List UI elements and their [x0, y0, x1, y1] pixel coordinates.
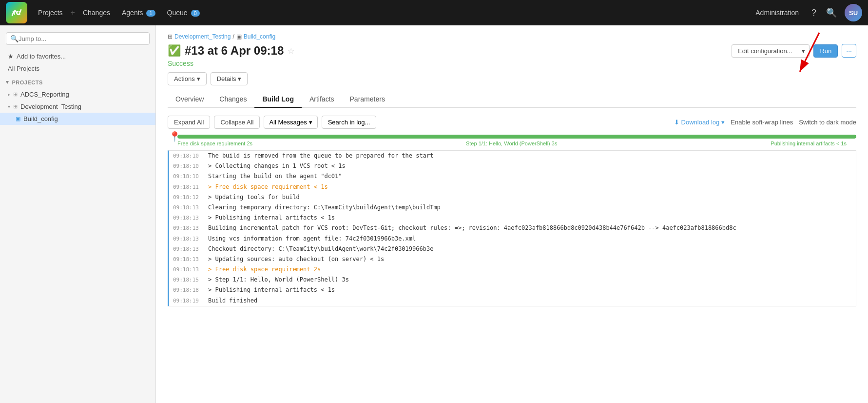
- queue-badge: 0: [191, 10, 200, 17]
- collapse-all-button[interactable]: Collapse All: [214, 116, 260, 129]
- logo[interactable]: [6, 2, 27, 23]
- search-in-log-button[interactable]: Search in log...: [322, 116, 377, 129]
- nav-projects[interactable]: Projects: [33, 6, 68, 20]
- log-line: 09:18:12> Updating tools for build: [169, 192, 856, 202]
- sidebar: 🔍 ★ Add to favorites... All Projects ▾ P…: [0, 25, 156, 403]
- layout: 🔍 ★ Add to favorites... All Projects ▾ P…: [0, 25, 868, 403]
- nav-changes[interactable]: Changes: [78, 6, 115, 20]
- log-text[interactable]: > Publishing internal artifacts < 1s: [208, 285, 335, 295]
- nav-agents[interactable]: Agents 1: [117, 6, 160, 20]
- sidebar-item-adcs-reporting[interactable]: ▸ ⊞ ADCS_Reporting: [0, 88, 155, 101]
- log-timestamp: 09:18:13: [173, 203, 204, 212]
- grid-icon: ⊞: [13, 91, 18, 98]
- breadcrumb: ⊞ Development_Testing / ▣ Build_config: [168, 33, 856, 40]
- log-line: 09:18:13 Building incremental patch for …: [169, 223, 856, 233]
- timeline-container: 📍: [168, 135, 856, 139]
- log-text[interactable]: > Updating tools for build: [208, 193, 300, 202]
- download-icon: ⬇: [674, 119, 679, 126]
- all-messages-button[interactable]: All Messages ▾: [264, 116, 317, 129]
- log-line: 09:18:13 Clearing temporary directory: C…: [169, 202, 856, 213]
- log-text: The build is removed from the queue to b…: [208, 151, 433, 161]
- log-timestamp: 09:18:13: [173, 265, 204, 274]
- user-avatar[interactable]: SU: [845, 4, 862, 21]
- tab-overview[interactable]: Overview: [168, 91, 212, 108]
- log-timestamp: 09:18:13: [173, 235, 204, 243]
- agents-badge: 1: [146, 10, 155, 17]
- log-line: 09:18:19 Build finished: [169, 296, 856, 306]
- all-projects-link[interactable]: All Projects: [0, 63, 155, 76]
- nav-queue[interactable]: Queue 0: [162, 6, 205, 20]
- log-timestamp: 09:18:13: [173, 245, 204, 254]
- build-title-area: ✅ #13 at 6 Apr 09:18 ☆ Success Actions ▾…: [168, 44, 732, 85]
- log-text[interactable]: > Free disk space requirement < 1s: [208, 182, 328, 192]
- help-icon[interactable]: ?: [810, 6, 818, 20]
- log-text: Using vcs information from agent file: 7…: [208, 234, 416, 243]
- log-line: 09:18:13> Publishing internal artifacts …: [169, 213, 856, 223]
- search-input[interactable]: [19, 35, 145, 42]
- tab-changes[interactable]: Changes: [212, 91, 254, 108]
- timeline-label-3: Publishing internal artifacts < 1s: [771, 141, 847, 146]
- run-button[interactable]: Run: [813, 44, 838, 58]
- chevron-down-icon: ▾: [309, 119, 312, 126]
- edit-config-dropdown[interactable]: ▾: [798, 44, 810, 58]
- log-line: 09:18:11> Free disk space requirement < …: [169, 182, 856, 192]
- sidebar-search-container[interactable]: 🔍: [6, 32, 150, 45]
- log-line: 09:18:13 Checkout directory: C:\TeamCity…: [169, 244, 856, 254]
- main-content: ⊞ Development_Testing / ▣ Build_config ✅…: [156, 25, 868, 403]
- download-log-link[interactable]: ⬇ Download log ▾: [674, 119, 725, 126]
- sidebar-item-development-testing[interactable]: ▾ ⊞ Development_Testing: [0, 101, 155, 113]
- log-timestamp: 09:18:19: [173, 297, 204, 305]
- tab-artifacts[interactable]: Artifacts: [302, 91, 342, 108]
- log-text: Build finished: [208, 296, 257, 305]
- edit-config-group: Edit configuration... ▾: [732, 44, 810, 58]
- log-timestamp: 09:18:11: [173, 183, 204, 192]
- sidebar-item-build-config[interactable]: ▣ Build_config: [0, 113, 155, 125]
- edit-config-button[interactable]: Edit configuration...: [732, 44, 798, 58]
- log-text[interactable]: > Publishing internal artifacts < 1s: [208, 213, 335, 222]
- build-title: ✅ #13 at 6 Apr 09:18 ☆: [168, 44, 732, 58]
- enable-soft-wrap-link[interactable]: Enable soft-wrap lines: [731, 119, 793, 126]
- details-button[interactable]: Details ▾: [211, 72, 248, 85]
- log-text[interactable]: > Updating sources: auto checkout (on se…: [208, 255, 384, 264]
- log-timestamp: 09:18:10: [173, 152, 204, 161]
- tab-parameters[interactable]: Parameters: [342, 91, 393, 108]
- log-line: 09:18:15> Step 1/1: Hello, World (PowerS…: [169, 275, 856, 285]
- grid-icon: ⊞: [13, 103, 18, 110]
- expand-all-button[interactable]: Expand All: [168, 116, 210, 129]
- log-timestamp: 09:18:15: [173, 276, 204, 284]
- log-container: 09:18:10 The build is removed from the q…: [168, 150, 856, 306]
- administration-link[interactable]: Administration: [751, 6, 804, 20]
- breadcrumb-config[interactable]: Build_config: [244, 33, 275, 40]
- config-icon: ▣: [16, 116, 20, 122]
- log-line: 09:18:13> Updating sources: auto checkou…: [169, 254, 856, 264]
- add-to-favorites[interactable]: ★ Add to favorites...: [0, 50, 155, 63]
- search-icon[interactable]: 🔍: [824, 5, 839, 20]
- log-timestamp: 09:18:12: [173, 193, 204, 202]
- tabs: Overview Changes Build Log Artifacts Par…: [168, 91, 856, 108]
- actions-button[interactable]: Actions ▾: [168, 72, 207, 85]
- log-text: Starting the build on the agent "dc01": [208, 172, 342, 181]
- projects-section-header: ▾ PROJECTS: [0, 76, 155, 88]
- switch-dark-mode-link[interactable]: Switch to dark mode: [799, 119, 856, 126]
- log-line: 09:18:13 Using vcs information from agen…: [169, 234, 856, 244]
- log-line: 09:18:10> Collecting changes in 1 VCS ro…: [169, 161, 856, 171]
- more-options-button[interactable]: ···: [842, 44, 856, 58]
- log-text[interactable]: > Collecting changes in 1 VCS root < 1s: [208, 161, 346, 171]
- log-timestamp: 09:18:13: [173, 224, 204, 233]
- breadcrumb-project[interactable]: Development_Testing: [174, 33, 231, 40]
- log-timestamp: 09:18:13: [173, 255, 204, 264]
- log-text[interactable]: > Step 1/1: Hello, World (PowerShell) 3s: [208, 275, 349, 284]
- header-right: Edit configuration... ▾ Run ···: [732, 44, 856, 58]
- svg-point-0: [10, 6, 23, 19]
- log-text[interactable]: > Free disk space requirement 2s: [208, 265, 321, 274]
- favorite-star-icon[interactable]: ☆: [288, 46, 294, 56]
- tab-build-log[interactable]: Build Log: [254, 91, 302, 108]
- log-timestamp: 09:18:10: [173, 162, 204, 171]
- chevron-down-icon: ▾: [6, 79, 9, 85]
- chevron-down-icon: ▾: [238, 75, 241, 82]
- breadcrumb-separator: /: [232, 33, 234, 40]
- log-controls: Expand All Collapse All All Messages ▾ S…: [168, 116, 856, 129]
- topnav: Projects + Changes Agents 1 Queue 0 Admi…: [0, 0, 868, 25]
- build-actions: Actions ▾ Details ▾: [168, 72, 732, 85]
- log-line: 09:18:18> Publishing internal artifacts …: [169, 285, 856, 295]
